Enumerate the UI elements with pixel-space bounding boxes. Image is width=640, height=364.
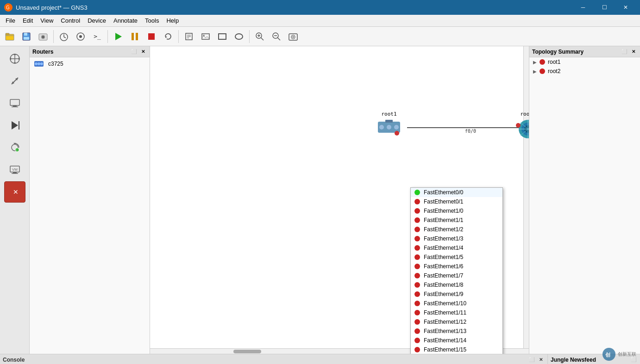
add-ellipse-btn[interactable] bbox=[231, 29, 247, 44]
node-root1[interactable]: root1 bbox=[377, 111, 401, 136]
timer-btn[interactable] bbox=[56, 29, 72, 44]
svg-rect-5 bbox=[24, 33, 27, 36]
iface-label-fe11: FastEthernet1/1 bbox=[424, 217, 463, 223]
capture-tool-btn[interactable]: + bbox=[4, 137, 25, 158]
topology-panel: Topology Summary ⬜ ✕ ▶ root1 ▶ root2 bbox=[529, 46, 640, 354]
iface-item-fe112[interactable]: FastEthernet1/12 bbox=[411, 317, 502, 327]
iface-dot-fe110 bbox=[414, 301, 420, 306]
iface-item-fe15[interactable]: FastEthernet1/5 bbox=[411, 253, 502, 262]
console-btn[interactable]: >_ bbox=[89, 29, 105, 44]
svg-rect-26 bbox=[219, 34, 226, 39]
menu-edit[interactable]: Edit bbox=[19, 15, 37, 26]
zoom-out-btn[interactable] bbox=[269, 29, 284, 44]
screenshot-btn[interactable] bbox=[285, 29, 301, 44]
node-root1-dot bbox=[395, 131, 399, 136]
pause-all-btn[interactable] bbox=[127, 29, 143, 44]
svg-text:G: G bbox=[6, 5, 10, 10]
pc-tool-btn[interactable] bbox=[4, 93, 25, 114]
iface-dot-fe114 bbox=[414, 338, 420, 343]
menu-file[interactable]: File bbox=[2, 15, 19, 26]
iface-item-fe18[interactable]: FastEthernet1/8 bbox=[411, 280, 502, 290]
iface-item-fe17[interactable]: FastEthernet1/7 bbox=[411, 271, 502, 280]
play-tool-btn[interactable] bbox=[4, 115, 25, 136]
iface-item-fe19[interactable]: FastEthernet1/9 bbox=[411, 290, 502, 299]
menu-tools[interactable]: Tools bbox=[141, 15, 163, 26]
menu-annotate[interactable]: Annotate bbox=[110, 15, 141, 26]
menu-help[interactable]: Help bbox=[163, 15, 182, 26]
iface-item-fe11[interactable]: FastEthernet1/1 bbox=[411, 216, 502, 225]
node-root2-label: root2 bbox=[520, 111, 529, 117]
svg-rect-18 bbox=[148, 33, 155, 40]
link-tool-btn[interactable] bbox=[4, 70, 25, 92]
iface-dot-fe14 bbox=[414, 245, 420, 251]
iface-label-fe115: FastEthernet1/15 bbox=[424, 346, 466, 353]
main-layout: + VM ✕ Routers ⬜ ✕ c3 bbox=[0, 46, 640, 354]
save-btn[interactable] bbox=[19, 29, 34, 44]
menu-control[interactable]: Control bbox=[57, 15, 84, 26]
iface-label-fe18: FastEthernet1/8 bbox=[424, 282, 463, 288]
svg-rect-3 bbox=[6, 33, 9, 35]
move-tool-btn[interactable] bbox=[4, 48, 25, 69]
iface-item-fe12[interactable]: FastEthernet1/2 bbox=[411, 225, 502, 234]
close-btn[interactable]: ✕ bbox=[615, 0, 636, 15]
iface-dot-fe11 bbox=[414, 217, 420, 223]
svg-rect-17 bbox=[136, 33, 138, 40]
svg-text:✕: ✕ bbox=[13, 188, 18, 196]
routers-restore-btn[interactable]: ⬜ bbox=[130, 48, 138, 56]
canvas-vscrollbar[interactable] bbox=[523, 46, 529, 348]
iface-item-fe110[interactable]: FastEthernet1/10 bbox=[411, 299, 502, 308]
iface-item-fe16[interactable]: FastEthernet1/6 bbox=[411, 262, 502, 271]
topology-panel-header: Topology Summary ⬜ ✕ bbox=[529, 46, 640, 57]
iface-item-fe14[interactable]: FastEthernet1/4 bbox=[411, 243, 502, 253]
topo-root2-item[interactable]: ▶ root2 bbox=[529, 67, 640, 76]
svg-point-68 bbox=[387, 125, 391, 130]
start-all-btn[interactable] bbox=[110, 29, 126, 44]
maximize-btn[interactable]: ☐ bbox=[594, 0, 615, 15]
iface-item-fe111[interactable]: FastEthernet1/11 bbox=[411, 308, 502, 317]
vm-tool-btn[interactable]: VM bbox=[4, 159, 25, 180]
add-image-btn[interactable] bbox=[198, 29, 213, 44]
iface-item-fe114[interactable]: FastEthernet1/14 bbox=[411, 336, 502, 345]
watermark: 创 创新互联 bbox=[602, 347, 636, 361]
svg-point-14 bbox=[79, 35, 82, 38]
iface-item-fe113[interactable]: FastEthernet1/13 bbox=[411, 327, 502, 336]
router-c3725-item[interactable]: c3725 bbox=[30, 57, 150, 70]
hscroll-thumb[interactable] bbox=[233, 350, 261, 353]
pref-btn[interactable] bbox=[73, 29, 88, 44]
iface-item-fe13[interactable]: FastEthernet1/3 bbox=[411, 234, 502, 243]
reload-btn[interactable] bbox=[160, 29, 176, 44]
svg-rect-2 bbox=[6, 34, 14, 40]
cancel-tool-btn[interactable]: ✕ bbox=[4, 181, 25, 203]
menu-view[interactable]: View bbox=[37, 15, 57, 26]
zoom-in-btn[interactable] bbox=[252, 29, 268, 44]
iface-dot-fe15 bbox=[414, 254, 420, 260]
menu-device[interactable]: Device bbox=[84, 15, 110, 26]
console-restore-btn[interactable]: ⬜ bbox=[528, 356, 535, 364]
snapshot-btn[interactable] bbox=[35, 29, 51, 44]
sep2 bbox=[107, 30, 108, 43]
iface-item-fe10[interactable]: FastEthernet1/0 bbox=[411, 206, 502, 216]
topo-root1-item[interactable]: ▶ root1 bbox=[529, 57, 640, 67]
add-rect-btn[interactable] bbox=[214, 29, 230, 44]
svg-point-67 bbox=[379, 125, 384, 130]
iface-item-fe01[interactable]: FastEthernet0/1 bbox=[411, 197, 502, 206]
watermark-text: 创新互联 bbox=[618, 351, 636, 358]
svg-line-29 bbox=[261, 37, 264, 40]
toolbar: >_ bbox=[0, 27, 640, 46]
edit-note-btn[interactable] bbox=[181, 29, 197, 44]
iface-dot-fe19 bbox=[414, 291, 420, 297]
iface-item-fe115[interactable]: FastEthernet1/15 bbox=[411, 345, 502, 354]
topology-restore-btn[interactable]: ⬜ bbox=[621, 48, 628, 56]
iface-item-fe00[interactable]: FastEthernet0/0 bbox=[411, 188, 502, 197]
iface-dot-fe16 bbox=[414, 264, 420, 269]
svg-rect-16 bbox=[132, 33, 134, 40]
open-btn[interactable] bbox=[2, 29, 18, 44]
stop-all-btn[interactable] bbox=[144, 29, 159, 44]
console-close-btn[interactable]: ✕ bbox=[537, 356, 545, 364]
minimize-btn[interactable]: ─ bbox=[572, 0, 594, 15]
canvas-area[interactable]: f0/0 root1 root2 bbox=[150, 46, 529, 354]
routers-close-btn[interactable]: ✕ bbox=[139, 48, 147, 56]
svg-marker-19 bbox=[165, 36, 167, 38]
node-root2[interactable]: root2 bbox=[516, 111, 529, 138]
topology-close-btn[interactable]: ✕ bbox=[630, 48, 637, 56]
